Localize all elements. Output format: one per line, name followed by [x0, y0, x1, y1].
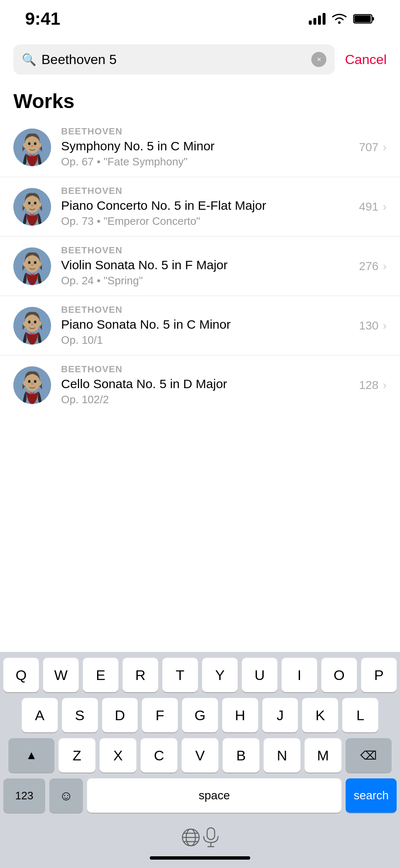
cancel-button[interactable]: Cancel: [345, 52, 387, 67]
composer-avatar: [13, 188, 51, 226]
key-f[interactable]: F: [142, 698, 178, 732]
result-composer: BEETHOVEN: [61, 364, 349, 375]
chevron-right-icon: ›: [383, 260, 387, 273]
search-area: 🔍 Beethoven 5 × Cancel: [0, 38, 400, 83]
key-numbers[interactable]: 123: [3, 778, 45, 813]
key-i[interactable]: I: [282, 658, 317, 692]
result-title: Violin Sonata No. 5 in F Major: [61, 258, 349, 273]
key-o[interactable]: O: [321, 658, 357, 692]
key-space[interactable]: space: [87, 778, 341, 813]
key-u[interactable]: U: [242, 658, 277, 692]
svg-point-19: [38, 262, 41, 267]
composer-avatar: [13, 366, 51, 404]
key-m[interactable]: M: [305, 738, 341, 773]
result-subtitle: Op. 102/2: [61, 393, 349, 406]
svg-point-13: [38, 202, 41, 207]
result-info: BEETHOVEN Violin Sonata No. 5 in F Major…: [61, 245, 349, 287]
svg-point-9: [34, 142, 36, 145]
key-g[interactable]: G: [182, 698, 218, 732]
result-list: BEETHOVEN Symphony No. 5 in C Minor Op. …: [0, 118, 400, 415]
result-subtitle: Op. 73 • "Emperor Concerto": [61, 215, 349, 228]
key-shift[interactable]: ▲: [8, 738, 54, 773]
key-r[interactable]: R: [123, 658, 158, 692]
key-p[interactable]: P: [361, 658, 397, 692]
search-input[interactable]: Beethoven 5: [41, 52, 306, 67]
result-composer: BEETHOVEN: [61, 245, 349, 256]
svg-rect-3: [354, 15, 371, 22]
result-item[interactable]: BEETHOVEN Symphony No. 5 in C Minor Op. …: [0, 118, 400, 177]
svg-point-6: [23, 143, 26, 148]
key-n[interactable]: N: [264, 738, 300, 773]
key-a[interactable]: A: [22, 698, 58, 732]
key-e[interactable]: E: [83, 658, 118, 692]
key-search[interactable]: search: [346, 778, 397, 813]
result-item[interactable]: BEETHOVEN Cello Sonata No. 5 in D Major …: [0, 355, 400, 415]
keyboard-row-2: A S D F G H J K L: [3, 698, 397, 732]
result-count: 707: [359, 141, 379, 154]
composer-avatar: [13, 129, 51, 166]
key-t[interactable]: T: [162, 658, 198, 692]
svg-point-30: [23, 381, 26, 386]
result-info: BEETHOVEN Cello Sonata No. 5 in D Major …: [61, 364, 349, 406]
search-clear-button[interactable]: ×: [311, 52, 326, 67]
result-count: 130: [359, 319, 379, 332]
keyboard: Q W E R T Y U I O P A S D F G H J K L ▲ …: [0, 652, 400, 868]
result-count-area: 128 ›: [359, 379, 387, 392]
svg-point-32: [28, 380, 31, 383]
result-title: Piano Concerto No. 5 in E-Flat Major: [61, 198, 349, 213]
svg-point-26: [28, 320, 31, 323]
key-v[interactable]: V: [182, 738, 218, 773]
svg-point-8: [28, 142, 31, 145]
search-field[interactable]: 🔍 Beethoven 5 ×: [13, 44, 335, 75]
clear-icon: ×: [317, 55, 321, 64]
svg-point-31: [38, 381, 41, 386]
chevron-right-icon: ›: [383, 379, 387, 392]
key-y[interactable]: Y: [202, 658, 238, 692]
status-time: 9:41: [25, 9, 60, 29]
key-j[interactable]: J: [262, 698, 298, 732]
svg-point-33: [34, 380, 36, 383]
key-s[interactable]: S: [62, 698, 98, 732]
result-item[interactable]: BEETHOVEN Piano Sonata No. 5 in C Minor …: [0, 296, 400, 355]
result-info: BEETHOVEN Piano Sonata No. 5 in C Minor …: [61, 304, 349, 347]
keyboard-row-4: 123 ☺ space search: [3, 778, 397, 813]
chevron-right-icon: ›: [383, 319, 387, 332]
status-bar: 9:41: [0, 0, 400, 38]
key-b[interactable]: B: [223, 738, 259, 773]
status-icons: [309, 13, 375, 25]
svg-point-27: [34, 320, 36, 323]
svg-point-7: [38, 143, 41, 148]
result-count-area: 276 ›: [359, 260, 387, 273]
result-composer: BEETHOVEN: [61, 304, 349, 315]
key-w[interactable]: W: [43, 658, 79, 692]
chevron-right-icon: ›: [383, 200, 387, 214]
globe-icon[interactable]: [180, 827, 202, 848]
svg-point-25: [38, 321, 41, 326]
svg-point-24: [23, 321, 26, 326]
composer-avatar: [13, 247, 51, 285]
result-subtitle: Op. 67 • "Fate Symphony": [61, 155, 349, 168]
key-q[interactable]: Q: [3, 658, 39, 692]
key-delete[interactable]: ⌫: [346, 738, 392, 773]
microphone-icon[interactable]: [202, 827, 220, 848]
result-item[interactable]: BEETHOVEN Piano Concerto No. 5 in E-Flat…: [0, 177, 400, 237]
key-d[interactable]: D: [102, 698, 138, 732]
result-info: BEETHOVEN Symphony No. 5 in C Minor Op. …: [61, 126, 349, 168]
svg-point-21: [34, 261, 36, 264]
key-emoji[interactable]: ☺: [49, 778, 83, 813]
key-z[interactable]: Z: [59, 738, 95, 773]
home-indicator: [150, 856, 250, 860]
result-count-area: 491 ›: [359, 200, 387, 214]
result-count: 276: [359, 260, 379, 273]
key-c[interactable]: C: [141, 738, 177, 773]
result-composer: BEETHOVEN: [61, 126, 349, 137]
key-x[interactable]: X: [100, 738, 136, 773]
result-count: 128: [359, 379, 379, 392]
key-k[interactable]: K: [302, 698, 338, 732]
result-item[interactable]: BEETHOVEN Violin Sonata No. 5 in F Major…: [0, 237, 400, 296]
signal-icon: [309, 13, 326, 25]
result-count-area: 707 ›: [359, 141, 387, 154]
keyboard-row-1: Q W E R T Y U I O P: [3, 658, 397, 692]
key-l[interactable]: L: [342, 698, 378, 732]
key-h[interactable]: H: [222, 698, 258, 732]
